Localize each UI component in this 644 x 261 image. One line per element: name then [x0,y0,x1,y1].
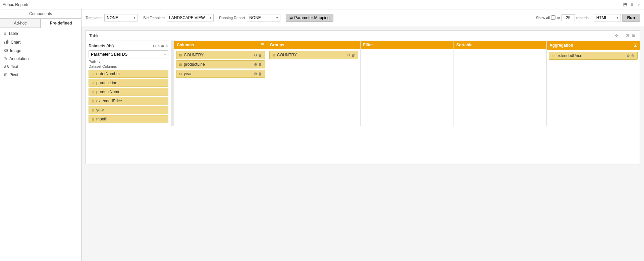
param-mapping-button[interactable]: ⇄ Parameter Mapping [286,14,333,22]
groups-item-country-left: ⊟ COUNTRY [272,53,297,57]
sidebar-item-annotation[interactable]: ✎ Annotation [0,55,81,63]
table-header-bar: Table ✛ ↑ ⊠ 🗑 [86,31,640,41]
groups-panel: Groups ⊟ COUNTRY ⚙ [267,41,361,126]
columns-item-year-actions: ⚙ 🗑 [254,72,262,76]
sigma-icon: Σ [634,43,637,48]
columns-panel: Columns ☰ ⊟ COUNTRY [174,41,267,126]
delete-icon[interactable]: 🗑 [631,33,636,39]
image-icon: 🖼 [4,48,8,53]
columns-item-year-delete[interactable]: 🗑 [258,72,262,76]
aggregation-panel: Aggregation Σ ⊟ extendedPrice [547,41,640,126]
workspace: Table ✛ ↑ ⊠ 🗑 Datasets (ds) [82,26,644,261]
columns-item-productLine-icon: ⊟ [179,63,182,66]
columns-item-country-left: ⊟ COUNTRY [179,53,204,57]
sidebar-item-chart[interactable]: Chart [0,38,81,47]
dataset-select[interactable]: Parameter Sales DS [89,50,168,58]
columns-item-productLine[interactable]: ⊟ productLine ⚙ 🗑 [176,60,265,68]
aggregation-item-extendedPrice[interactable]: ⊟ extendedPrice ⚙ 🗑 [549,52,638,60]
aggregation-item-actions: ⚙ 🗑 [627,54,635,58]
table-container: Table ✛ ↑ ⊠ 🗑 Datasets (ds) [86,30,640,164]
columns-item-country-settings[interactable]: ⚙ [254,53,257,57]
col-label-orderNumber: orderNumber [96,71,120,76]
dataset-header: Datasets (ds) ⚙ ⌂ ⊕ ✎ [89,44,168,48]
table-icon: ≡ [4,31,6,36]
columns-item-productLine-delete[interactable]: 🗑 [258,62,262,67]
aggregation-item-delete[interactable]: 🗑 [631,54,635,58]
groups-item-country[interactable]: ⊟ COUNTRY ⚙ 🗑 [269,51,358,59]
sortable-panel: Sortable [453,41,547,126]
templates-select[interactable]: NONE [104,14,138,21]
dataset-select-wrapper: Parameter Sales DS [89,50,168,58]
add-dataset-icon[interactable]: ⊕ [161,44,164,48]
chart-icon [4,39,9,45]
groups-item-country-icon: ⊟ [272,53,275,57]
add-icon[interactable]: ✛ [614,33,619,39]
sidebar-item-text[interactable]: AB Text [0,63,81,71]
run-button[interactable]: Run [622,14,640,22]
maximize-icon[interactable]: ⤢ [636,2,641,7]
column-item-extendedPrice[interactable]: ⊟ extendedPrice [89,97,168,105]
dataset-panel: Datasets (ds) ⚙ ⌂ ⊕ ✎ Parameter Sales DS [86,41,171,126]
records-input[interactable] [561,14,575,21]
groups-item-country-settings[interactable]: ⚙ [347,53,351,57]
sidebar-item-label-chart: Chart [11,40,20,45]
format-select[interactable]: HTML [594,14,621,21]
sidebar-item-table[interactable]: ≡ Table [0,30,81,38]
panels-area: Datasets (ds) ⚙ ⌂ ⊕ ✎ Parameter Sales DS [86,41,640,126]
aggregation-item-settings[interactable]: ⚙ [627,54,630,58]
tab-adhoc[interactable]: Ad-hoc [0,18,41,28]
col-label-productLine: productLine [96,81,117,85]
running-report-select[interactable]: NONE [247,14,280,21]
columns-item-year-settings[interactable]: ⚙ [254,72,257,76]
column-item-productName[interactable]: ⊟ productName [89,88,168,96]
birt-template-group: Birt Template LANDSCAPE VIEW [143,14,214,21]
svg-rect-2 [7,40,8,44]
groups-item-country-delete[interactable]: 🗑 [352,53,355,57]
aggregation-panel-title: Aggregation [549,43,573,48]
columns-panel-title: Columns [177,43,194,47]
dataset-columns-list: ⊟ orderNumber ⊟ productLine ⊟ productNam… [89,70,168,123]
sidebar-item-label-image: Image [10,48,21,53]
svg-rect-0 [4,42,5,44]
sortable-panel-title: Sortable [456,43,472,47]
columns-item-productLine-actions: ⚙ 🗑 [254,62,262,67]
aggregation-item-icon: ⊟ [552,54,554,58]
col-label-month: month [96,117,107,121]
drag-divider[interactable]: ⋮ [171,41,174,126]
sidebar-item-label-pivot: Pivot [9,72,18,77]
app-title: Adhoc Reports [3,2,29,7]
drag-dots-icon: ⋮ [171,82,174,85]
columns-panel-body: ⊟ COUNTRY ⚙ 🗑 [174,49,267,126]
column-item-year[interactable]: ⊟ year [89,106,168,114]
title-bar-icons: 💾 ⊞ ⤢ [623,2,641,7]
col-icon-productName: ⊟ [92,90,94,94]
column-item-month[interactable]: ⊟ month [89,115,168,123]
columns-item-country-delete[interactable]: 🗑 [258,53,262,57]
crosshair-icon[interactable]: ⊠ [625,33,630,39]
columns-item-year[interactable]: ⊟ year ⚙ 🗑 [176,70,265,78]
sidebar: Components Ad-hoc Pre-defined ≡ Table Ch… [0,9,82,261]
filter-panel-title: Filter [363,43,373,47]
save-icon[interactable]: 💾 [623,2,628,7]
sidebar-item-pivot[interactable]: ⊞ Pivot [0,71,81,79]
sidebar-item-image[interactable]: 🖼 Image [0,47,81,55]
filter-icon[interactable]: ⚙ [153,44,156,48]
column-item-orderNumber[interactable]: ⊟ orderNumber [89,70,168,78]
running-report-label: Running Report [219,16,245,20]
birt-template-select[interactable]: LANDSCAPE VIEW [167,14,214,21]
edit-dataset-icon[interactable]: ✎ [165,44,168,48]
table-title: Table [89,33,100,38]
groups-panel-body: ⊟ COUNTRY ⚙ 🗑 [267,49,360,126]
up-icon[interactable]: ↑ [620,33,624,39]
columns-item-productLine-settings[interactable]: ⚙ [254,62,257,67]
column-item-productLine[interactable]: ⊟ productLine [89,79,168,87]
col-icon-productLine: ⊟ [92,81,94,85]
columns-item-country[interactable]: ⊟ COUNTRY ⚙ 🗑 [176,51,265,59]
grid-icon[interactable]: ⊞ [629,2,635,7]
templates-group: Templates NONE [86,14,138,21]
annotation-icon: ✎ [4,56,7,61]
columns-menu-icon[interactable]: ☰ [261,43,264,47]
home-icon[interactable]: ⌂ [157,44,160,48]
show-all-checkbox[interactable] [551,15,555,20]
tab-predefined[interactable]: Pre-defined [41,18,81,28]
